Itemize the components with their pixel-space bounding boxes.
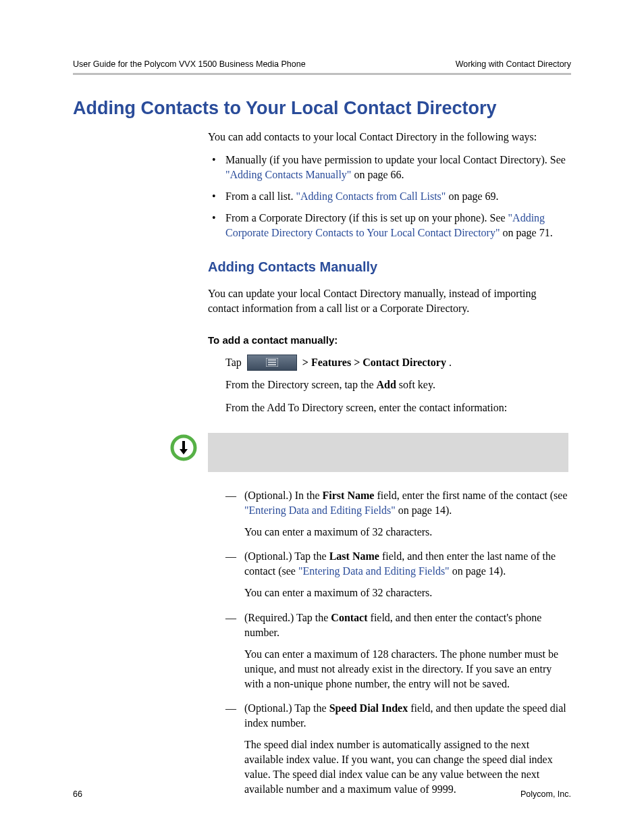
dash-sub: You can enter a maximum of 32 characters… <box>244 525 568 540</box>
footer: 66 Polycom, Inc. <box>73 789 571 799</box>
section-paragraph: You can update your local Contact Direct… <box>208 286 568 316</box>
link-adding-from-call-lists[interactable]: "Adding Contacts from Call Lists" <box>296 190 446 202</box>
running-header: User Guide for the Polycom VVX 1500 Busi… <box>73 59 571 69</box>
note-box <box>208 433 568 472</box>
note-callout <box>167 433 568 472</box>
heading-2: Adding Contacts Manually <box>208 258 568 277</box>
dash-list: (Optional.) In the First Name field, ent… <box>208 488 568 797</box>
step-3: From the Add To Directory screen, enter … <box>208 400 568 415</box>
link-entering-data-2[interactable]: "Entering Data and Editing Fields" <box>298 565 450 577</box>
bullet-item: Manually (if you have permission to upda… <box>208 153 568 182</box>
step-2: From the Directory screen, tap the Add s… <box>208 377 568 392</box>
header-left: User Guide for the Polycom VVX 1500 Busi… <box>73 59 306 69</box>
footer-company: Polycom, Inc. <box>520 789 571 799</box>
body-content: You can add contacts to your local Conta… <box>208 130 568 797</box>
dash-item: (Optional.) Tap the Speed Dial Index fie… <box>208 701 568 797</box>
note-icon <box>167 433 200 472</box>
bullet-item: From a Corporate Directory (if this is s… <box>208 211 568 240</box>
link-adding-manually[interactable]: "Adding Contacts Manually" <box>225 169 351 180</box>
header-rule <box>73 73 571 75</box>
dash-sub: You can enter a maximum of 32 characters… <box>244 585 568 600</box>
page-number: 66 <box>73 789 82 799</box>
dash-item: (Required.) Tap the Contact field, and t… <box>208 610 568 692</box>
bullet-list: Manually (if you have permission to upda… <box>208 153 568 240</box>
dash-item: (Optional.) In the First Name field, ent… <box>208 488 568 540</box>
dash-item: (Optional.) Tap the Last Name field, and… <box>208 549 568 600</box>
bullet-item: From a call list. "Adding Contacts from … <box>208 189 568 204</box>
step-1: Tap > Features > Contact Directory. <box>208 355 568 371</box>
link-entering-data-1[interactable]: "Entering Data and Editing Fields" <box>244 504 396 516</box>
header-right: Working with Contact Directory <box>456 59 571 69</box>
heading-3: To add a contact manually: <box>208 334 568 348</box>
heading-1: Adding Contacts to Your Local Contact Di… <box>73 98 571 119</box>
dash-sub: The speed dial index number is automatic… <box>244 737 568 797</box>
menu-button-icon <box>247 355 297 371</box>
intro-paragraph: You can add contacts to your local Conta… <box>208 130 568 145</box>
dash-sub: You can enter a maximum of 128 character… <box>244 647 568 692</box>
page: User Guide for the Polycom VVX 1500 Busi… <box>0 0 644 834</box>
